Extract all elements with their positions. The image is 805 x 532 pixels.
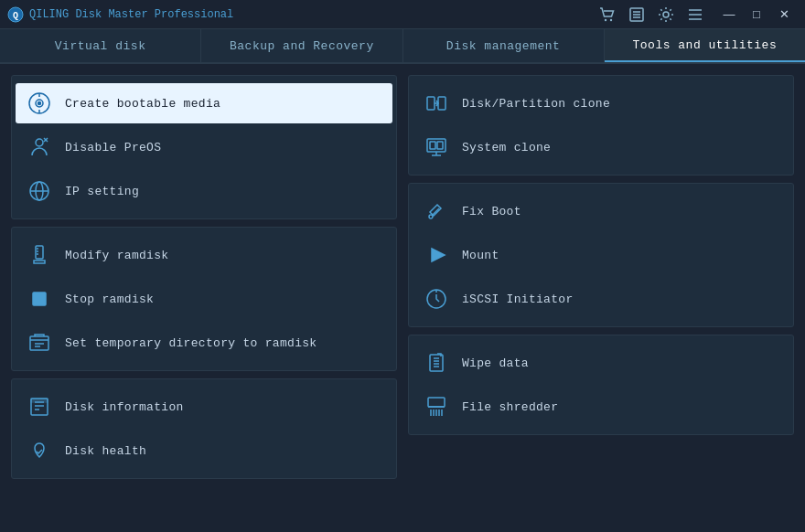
- cart-icon[interactable]: [595, 2, 620, 27]
- iscsi-initiator-icon: [424, 286, 449, 312]
- close-button[interactable]: ✕: [770, 5, 798, 24]
- menu-item-create-bootable-media[interactable]: Create bootable media: [16, 83, 392, 123]
- system-clone-icon: [424, 134, 449, 160]
- menu-item-fix-boot[interactable]: Fix Boot: [409, 189, 793, 233]
- svg-text:Q: Q: [13, 11, 18, 21]
- menu-item-iscsi-initiator[interactable]: iSCSI Initiator: [409, 277, 793, 321]
- left-group-3: Disk information Disk health: [11, 378, 397, 479]
- maximize-button[interactable]: □: [743, 5, 770, 24]
- fix-boot-icon: [424, 198, 449, 224]
- disable-preos-icon: [27, 134, 52, 160]
- svg-marker-45: [432, 249, 445, 261]
- menu-item-modify-ramdisk[interactable]: Modify ramdisk: [12, 233, 396, 277]
- modify-ramdisk-label: Modify ramdisk: [65, 249, 168, 262]
- menu-item-system-clone[interactable]: System clone: [409, 125, 793, 169]
- menu-item-ip-setting[interactable]: IP setting: [12, 169, 396, 213]
- wipe-data-icon: [424, 350, 449, 376]
- disable-preos-label: Disable PreOS: [65, 141, 161, 154]
- stop-ramdisk-icon: [27, 286, 52, 312]
- tab-backup-recovery[interactable]: Backup and Recovery: [201, 29, 402, 62]
- disk-information-label: Disk information: [65, 400, 184, 414]
- menu-item-file-shredder[interactable]: File shredder: [409, 385, 793, 429]
- toolbar-icons-group: [587, 2, 715, 27]
- mount-label: Mount: [462, 249, 499, 262]
- svg-rect-36: [427, 97, 435, 110]
- svg-rect-27: [33, 293, 46, 305]
- right-group-3: Wipe data File shredder: [408, 335, 794, 435]
- svg-point-17: [36, 139, 43, 146]
- titlebar: Q QILING Disk Master Professional: [0, 0, 805, 29]
- file-shredder-label: File shredder: [462, 400, 558, 414]
- menu-item-mount[interactable]: Mount: [409, 233, 793, 277]
- menu-item-disable-preos[interactable]: Disable PreOS: [12, 125, 396, 169]
- menu-item-disk-health[interactable]: Disk health: [12, 429, 396, 473]
- settings-icon[interactable]: [653, 2, 679, 27]
- menu-item-set-temp-dir[interactable]: Set temporary directory to ramdisk: [12, 321, 396, 365]
- right-group-1: Disk/Partition clone System clone: [408, 75, 794, 176]
- create-bootable-media-label: Create bootable media: [65, 97, 220, 111]
- menu-item-wipe-data[interactable]: Wipe data: [409, 341, 793, 385]
- disk-health-label: Disk health: [65, 444, 146, 458]
- menu-icon[interactable]: [682, 2, 708, 27]
- left-group-1: Create bootable media Disable PreOS: [11, 75, 397, 219]
- svg-point-44: [429, 215, 433, 218]
- fix-boot-label: Fix Boot: [462, 205, 521, 218]
- tab-virtual-disk[interactable]: Virtual disk: [0, 29, 201, 62]
- svg-rect-37: [438, 97, 445, 110]
- tabbar: Virtual disk Backup and Recovery Disk ma…: [0, 29, 805, 64]
- ip-setting-icon: [27, 178, 52, 204]
- disk-partition-clone-label: Disk/Partition clone: [462, 97, 610, 111]
- iscsi-initiator-label: iSCSI Initiator: [462, 293, 574, 306]
- disk-health-icon: [27, 438, 52, 463]
- left-panel: Create bootable media Disable PreOS: [11, 75, 397, 521]
- app-title: QILING Disk Master Professional: [29, 8, 587, 21]
- file-shredder-icon: [424, 394, 449, 420]
- mount-icon: [424, 242, 449, 268]
- system-clone-label: System clone: [462, 141, 551, 154]
- tab-disk-management[interactable]: Disk management: [403, 29, 605, 62]
- menu-item-disk-partition-clone[interactable]: Disk/Partition clone: [409, 81, 793, 125]
- wipe-data-label: Wipe data: [462, 356, 529, 370]
- modify-ramdisk-icon: [27, 242, 52, 268]
- disk-information-icon: [27, 394, 52, 420]
- tab-tools-utilities[interactable]: Tools and utilities: [605, 29, 805, 62]
- svg-rect-43: [437, 142, 443, 149]
- disk-partition-clone-icon: [424, 90, 449, 116]
- right-group-2: Fix Boot Mount: [408, 183, 794, 327]
- ip-setting-label: IP setting: [65, 185, 139, 198]
- right-panel: Disk/Partition clone System clone: [408, 75, 794, 521]
- minimize-button[interactable]: —: [715, 5, 743, 24]
- left-group-2: Modify ramdisk Stop ramdisk: [11, 227, 397, 371]
- bootable-media-icon: [27, 90, 52, 116]
- app-logo: Q: [7, 6, 24, 23]
- list-icon[interactable]: [624, 2, 649, 27]
- svg-rect-42: [430, 142, 435, 149]
- menu-item-disk-information[interactable]: Disk information: [12, 385, 396, 429]
- set-temp-dir-icon: [27, 330, 52, 356]
- svg-point-3: [610, 18, 612, 20]
- svg-rect-23: [36, 246, 43, 259]
- main-content: Create bootable media Disable PreOS: [0, 64, 805, 532]
- menu-item-stop-ramdisk[interactable]: Stop ramdisk: [12, 277, 396, 321]
- svg-point-2: [605, 18, 606, 20]
- svg-rect-53: [428, 398, 445, 407]
- svg-point-14: [38, 102, 41, 105]
- svg-rect-35: [31, 399, 48, 402]
- stop-ramdisk-label: Stop ramdisk: [65, 293, 154, 306]
- svg-point-8: [663, 12, 669, 17]
- set-temp-dir-label: Set temporary directory to ramdisk: [65, 336, 317, 350]
- svg-rect-48: [430, 355, 443, 371]
